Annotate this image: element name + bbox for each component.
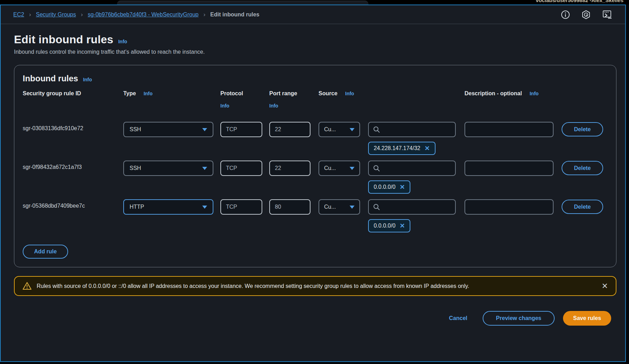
chevron-down-icon <box>202 128 207 131</box>
info-circle-icon[interactable] <box>561 10 570 19</box>
source-type-select[interactable]: Cu... <box>319 122 360 137</box>
cancel-button[interactable]: Cancel <box>449 315 467 321</box>
page-title: Edit inbound rules <box>14 33 113 46</box>
chevron-down-icon <box>202 206 207 209</box>
remove-tag-icon[interactable]: ✕ <box>424 145 430 151</box>
chevron-down-icon <box>350 167 354 170</box>
delete-rule-button[interactable]: Delete <box>562 122 603 136</box>
protocol-field: TCP <box>220 199 262 215</box>
type-select[interactable]: SSH <box>123 161 213 176</box>
col-port-range: Port range <box>269 90 297 97</box>
breadcrumb-security-group-id[interactable]: sg-0b976b6cbeb7d40f3 - WebSecurityGroup <box>88 12 198 18</box>
browser-tab <box>117 1 368 5</box>
rule-id-text: sgr-05368dbd7409bee7c <box>23 199 123 209</box>
page-subtitle: Inbound rules control the incoming traff… <box>14 49 612 55</box>
rule-row: sgr-03083136dfc910e72 SSH TCP 22 Cu... <box>23 122 608 155</box>
type-select[interactable]: HTTP <box>123 199 213 215</box>
warning-triangle-icon <box>22 282 32 290</box>
source-search-input[interactable] <box>368 199 456 215</box>
table-header: Security group rule ID TypeInfo Protocol… <box>23 90 608 111</box>
source-type-select[interactable]: Cu... <box>319 161 360 176</box>
panel-info-link[interactable]: Info <box>83 77 92 82</box>
col-type: TypeInfo <box>123 90 153 97</box>
delete-rule-button[interactable]: Delete <box>562 200 603 214</box>
preview-changes-button[interactable]: Preview changes <box>483 311 555 326</box>
source-search-input[interactable] <box>368 161 456 176</box>
hexagon-settings-icon[interactable] <box>581 10 591 20</box>
protocol-info-link[interactable]: Info <box>220 103 229 109</box>
inbound-rules-panel: Inbound rules Info Security group rule I… <box>14 65 616 267</box>
port-range-info-link[interactable]: Info <box>269 103 278 109</box>
panel-title: Inbound rules <box>23 74 78 83</box>
remove-tag-icon[interactable]: ✕ <box>400 184 405 190</box>
breadcrumb-security-groups[interactable]: Security Groups <box>36 12 76 18</box>
search-icon <box>373 165 380 172</box>
rule-row: sgr-05368dbd7409bee7c HTTP TCP 80 Cu... <box>23 199 608 232</box>
breadcrumb: EC2 › Security Groups › sg-0b976b6cbeb7d… <box>1 5 625 24</box>
footer-actions: Cancel Preview changes Save rules <box>1 311 625 326</box>
port-range-field: 80 <box>269 199 310 215</box>
cloudshell-terminal-icon[interactable] <box>602 10 613 20</box>
type-select[interactable]: SSH <box>123 122 213 137</box>
search-icon <box>373 126 380 133</box>
warning-text: Rules with source of 0.0.0.0/0 or ::/0 a… <box>37 283 469 289</box>
chevron-down-icon <box>350 206 354 209</box>
source-info-link[interactable]: Info <box>345 91 354 96</box>
col-description: Description - optionalInfo <box>465 90 539 97</box>
close-icon[interactable]: ✕ <box>602 282 608 290</box>
description-input[interactable] <box>465 161 554 176</box>
type-info-link[interactable]: Info <box>144 91 153 96</box>
remove-tag-icon[interactable]: ✕ <box>400 223 405 229</box>
source-cidr-tag: 0.0.0.0/0 ✕ <box>368 180 410 194</box>
port-range-field: 22 <box>269 161 310 176</box>
chevron-down-icon <box>350 128 354 131</box>
source-cidr-tag: 0.0.0.0/0 ✕ <box>368 219 410 232</box>
browser-top-strip: voclabs/user5099882 -Alex_Skelles <box>0 0 629 5</box>
protocol-field: TCP <box>220 161 262 176</box>
description-input[interactable] <box>465 199 554 215</box>
rules-list: sgr-03083136dfc910e72 SSH TCP 22 Cu... <box>23 122 608 232</box>
account-label: voclabs/user5099882 -Alex_Skelles <box>536 0 623 3</box>
chevron-right-icon: › <box>203 11 205 18</box>
protocol-field: TCP <box>220 122 262 137</box>
rule-row: sgr-0f98432a672c1a7f3 SSH TCP 22 Cu... <box>23 161 608 194</box>
rule-id-text: sgr-03083136dfc910e72 <box>23 122 123 132</box>
breadcrumb-current-page: Edit inbound rules <box>210 12 259 18</box>
toolbar-icons <box>561 10 613 20</box>
source-cidr-tag: 24.228.147.174/32 ✕ <box>368 142 436 155</box>
add-rule-button[interactable]: Add rule <box>23 245 68 259</box>
breadcrumb-ec2[interactable]: EC2 <box>13 12 24 18</box>
source-search-input[interactable] <box>368 122 456 137</box>
rule-id-text: sgr-0f98432a672c1a7f3 <box>23 161 123 170</box>
col-source: SourceInfo <box>319 90 354 97</box>
chevron-down-icon <box>202 167 207 170</box>
page-header: Edit inbound rules Info Inbound rules co… <box>1 24 625 55</box>
col-protocol: Protocol <box>220 90 243 97</box>
delete-rule-button[interactable]: Delete <box>562 161 603 175</box>
description-info-link[interactable]: Info <box>529 91 539 96</box>
source-type-select[interactable]: Cu... <box>319 199 360 215</box>
port-range-field: 22 <box>269 122 310 137</box>
save-rules-button[interactable]: Save rules <box>563 311 611 326</box>
col-rule-id: Security group rule ID <box>23 90 81 97</box>
chevron-right-icon: › <box>29 11 31 18</box>
warning-banner: Rules with source of 0.0.0.0/0 or ::/0 a… <box>14 276 616 296</box>
page-title-info-link[interactable]: Info <box>118 39 127 44</box>
console-window: EC2 › Security Groups › sg-0b976b6cbeb7d… <box>0 5 626 362</box>
description-input[interactable] <box>465 122 554 137</box>
chevron-right-icon: › <box>81 11 83 18</box>
search-icon <box>373 203 380 210</box>
